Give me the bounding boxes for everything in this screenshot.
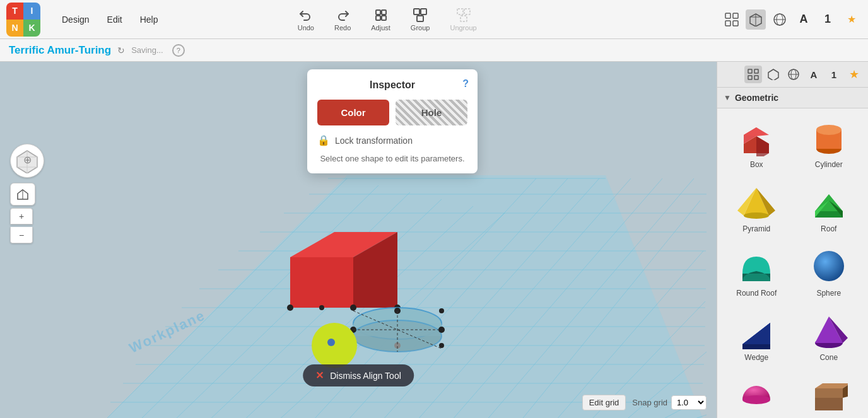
cylinder-shape[interactable] — [350, 308, 445, 352]
zoom-out-icon: − — [19, 230, 24, 240]
shape-box[interactable]: Box — [721, 112, 792, 175]
round-roof-label: Round Roof — [736, 289, 777, 298]
canvas-area[interactable]: Workplane — [0, 62, 717, 418]
sphere-label: Sphere — [816, 289, 841, 298]
home-view-button[interactable] — [10, 183, 35, 206]
number-mode-button[interactable]: 1 — [825, 66, 843, 83]
svg-marker-112 — [742, 344, 770, 349]
geometric-section-header[interactable]: ▼ Geometric — [717, 88, 868, 108]
favorites-button[interactable]: ★ — [845, 66, 863, 83]
text-icon: A — [811, 69, 818, 80]
shape-roof[interactable]: Roof — [794, 177, 865, 240]
redo-button[interactable]: Redo — [324, 5, 361, 34]
svg-point-70 — [439, 308, 444, 313]
svg-point-75 — [312, 323, 357, 368]
snap-grid-row: Snap grid 1.0 0.5 0.25 2.0 — [632, 395, 707, 410]
number-button[interactable]: 1 — [818, 9, 838, 30]
shape-cone[interactable]: Cone — [794, 305, 865, 368]
edit-grid-button[interactable]: Edit grid — [582, 395, 626, 410]
nav-edit[interactable]: Edit — [98, 9, 131, 30]
logo-t: T — [6, 3, 23, 20]
star-button[interactable]: ★ — [842, 9, 862, 30]
svg-rect-12 — [725, 21, 730, 26]
cone-shape-icon — [810, 311, 848, 349]
nav-help[interactable]: Help — [131, 9, 167, 30]
cylinder-label: Cylinder — [815, 160, 843, 169]
half-sphere-shape-icon — [737, 376, 775, 414]
grid-mode-icon — [748, 69, 759, 80]
group-icon — [413, 8, 428, 23]
pyramid-label: Pyramid — [742, 224, 770, 233]
toolbar-right: A 1 ★ — [722, 9, 862, 30]
grid-view-button[interactable] — [722, 9, 742, 30]
box-label: Box — [750, 160, 763, 169]
group-button[interactable]: Group — [401, 5, 440, 34]
nav-design[interactable]: Design — [53, 9, 98, 30]
tinkercad-logo[interactable]: T I N K — [6, 3, 40, 37]
svg-rect-7 — [457, 9, 463, 15]
zoom-out-button[interactable]: − — [10, 227, 33, 243]
redo-icon — [335, 8, 350, 23]
svg-rect-1 — [382, 10, 386, 15]
round-roof-shape-icon — [737, 247, 775, 285]
ungroup-label: Ungroup — [450, 24, 476, 32]
group-label: Group — [411, 24, 430, 32]
svg-point-58 — [287, 305, 293, 311]
svg-point-71 — [439, 343, 444, 348]
yellow-circle[interactable] — [312, 323, 357, 368]
svg-rect-13 — [733, 21, 738, 26]
svg-point-108 — [814, 251, 844, 281]
3d-mode-button[interactable] — [765, 66, 782, 83]
svg-rect-0 — [376, 10, 380, 15]
inspector-panel: Inspector ? Color Hole 🔒 Lock transforma… — [307, 69, 478, 173]
logo-n: N — [6, 20, 23, 37]
shape-round-roof[interactable]: Round Roof — [721, 241, 792, 304]
hole-button[interactable]: Hole — [396, 100, 467, 125]
project-name[interactable]: Terrific Amur-Turing — [9, 44, 111, 57]
svg-rect-9 — [460, 16, 467, 21]
toolbar-center: Undo Redo Adjust Group — [288, 5, 487, 34]
dismiss-align-tool-bar[interactable]: ✕ Dismiss Align Tool — [303, 364, 414, 386]
cube-view-button[interactable] — [746, 9, 766, 30]
adjust-label: Adjust — [371, 24, 390, 32]
ungroup-button[interactable]: Ungroup — [440, 5, 486, 34]
snap-grid-select[interactable]: 1.0 0.5 0.25 2.0 — [671, 395, 707, 410]
svg-point-76 — [327, 339, 335, 346]
refresh-icon[interactable]: ↻ — [117, 45, 125, 55]
undo-button[interactable]: Undo — [288, 5, 324, 34]
project-bar: Terrific Amur-Turing ↻ Saving... ? — [0, 39, 868, 62]
svg-point-116 — [742, 395, 770, 404]
grid-controls: Edit grid Snap grid 1.0 0.5 0.25 2.0 — [582, 395, 707, 410]
svg-point-61 — [319, 305, 324, 310]
inspector-help-button[interactable]: ? — [462, 78, 469, 90]
svg-rect-86 — [748, 76, 752, 79]
svg-rect-10 — [725, 13, 730, 18]
shape-sphere[interactable]: Sphere — [794, 241, 865, 304]
lock-label: Lock transformation — [335, 136, 413, 146]
adjust-button[interactable]: Adjust — [361, 5, 401, 34]
snap-grid-label: Snap grid — [632, 398, 667, 407]
svg-marker-88 — [768, 69, 778, 80]
text-button[interactable]: A — [805, 66, 823, 83]
shape-cylinder[interactable]: Cylinder — [794, 112, 865, 175]
sphere-view-button[interactable] — [770, 9, 790, 30]
shape-library-button[interactable] — [785, 66, 802, 83]
shape-half-sphere[interactable]: Half Sphere — [721, 369, 792, 418]
shape-wedge[interactable]: Wedge — [721, 305, 792, 368]
zoom-in-button[interactable]: + — [10, 208, 33, 224]
zoom-in-icon: + — [19, 211, 24, 221]
svg-rect-85 — [754, 69, 758, 73]
shape-pyramid[interactable]: Pyramid — [721, 177, 792, 240]
svg-rect-4 — [414, 9, 419, 15]
undo-icon — [298, 8, 314, 23]
wedge-label: Wedge — [744, 353, 768, 362]
help-button[interactable]: ? — [172, 44, 185, 57]
letter-button[interactable]: A — [794, 9, 814, 30]
color-button[interactable]: Color — [317, 100, 389, 125]
grid-mode-button[interactable] — [744, 66, 762, 83]
svg-text:⊕: ⊕ — [23, 154, 32, 165]
shape-plank[interactable]: Wood Plank — [794, 369, 865, 418]
number-1: 1 — [824, 13, 831, 26]
navigation-cube[interactable]: ⊕ — [10, 144, 44, 178]
sphere-view-icon — [773, 13, 787, 26]
